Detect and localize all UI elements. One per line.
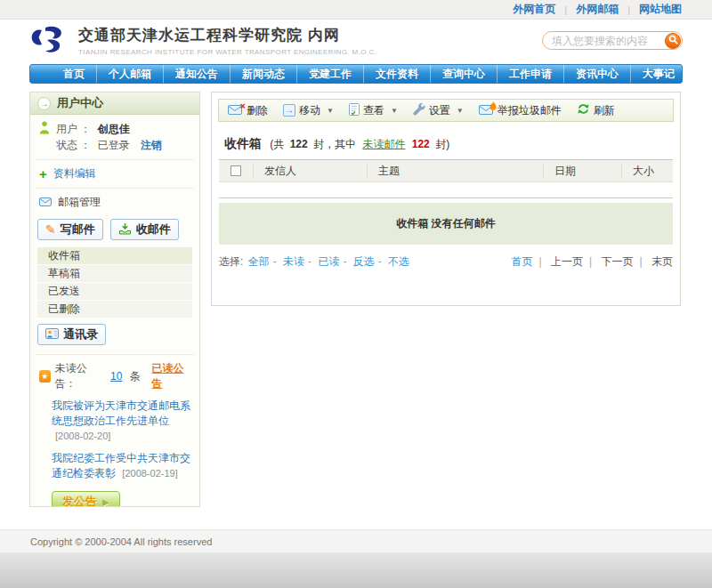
page-prev-link[interactable]: 上一页 — [551, 255, 583, 268]
move-button[interactable]: 移动 — [283, 103, 334, 118]
count-mid: 封，其中 — [313, 138, 356, 150]
separator — [378, 255, 382, 268]
inbox-heading: 收件箱 (共 122 封，其中 未读邮件 122 封) — [212, 128, 680, 159]
view-button[interactable]: 查看 — [349, 103, 398, 118]
post-notice-label: 发公告 — [62, 494, 97, 507]
select-unread-link[interactable]: 未读 — [283, 255, 304, 268]
inbox-title: 收件箱 — [224, 136, 262, 150]
brand-text: 交通部天津水运工程科学研究院 内网 TIANJIN RESEARCH INSTI… — [78, 25, 376, 56]
column-date: 日期 — [543, 164, 621, 178]
nav-item-personal-mail[interactable]: 个人邮箱 — [96, 65, 163, 83]
folder-deleted[interactable]: 已删除 — [37, 301, 192, 318]
flame-icon — [490, 101, 497, 113]
page-first-link[interactable]: 首页 — [512, 255, 533, 268]
brand: 交通部天津水运工程科学研究院 内网 TIANJIN RESEARCH INSTI… — [29, 24, 376, 58]
folder-inbox[interactable]: 收件箱 — [37, 247, 192, 264]
nav-item-notices[interactable]: 通知公告 — [163, 65, 230, 83]
contacts-icon — [45, 328, 59, 342]
page: 外网首页 外网邮箱 网站地图 交通部天津水运工程科学研究院 内网 TIANJIN… — [0, 0, 712, 588]
wrench-icon — [413, 103, 425, 118]
institute-logo-icon — [29, 24, 70, 58]
move-arrow-icon — [283, 104, 295, 117]
download-mail-icon — [118, 222, 132, 238]
sidebar-title: 用户中心 — [57, 95, 103, 111]
column-sender: 发信人 — [253, 164, 367, 178]
read-notices-link[interactable]: 已读公告 — [151, 361, 190, 391]
nav-item-query-center[interactable]: 查询中心 — [430, 65, 497, 83]
notice-link[interactable]: 我院被评为天津市交通邮电系统思想政治工作先进单位 — [52, 399, 190, 427]
topbar-link-extranet-mail[interactable]: 外网邮箱 — [576, 2, 619, 17]
plus-icon — [39, 169, 47, 180]
mail-toolbar: 删除 移动 查看 — [218, 99, 674, 122]
chevron-down-icon — [457, 107, 464, 115]
page-next-link[interactable]: 下一页 — [602, 255, 634, 268]
select-label: 选择: — [219, 255, 243, 268]
nav-item-documents[interactable]: 文件资料 — [363, 65, 430, 83]
refresh-button[interactable]: 刷新 — [577, 103, 615, 118]
separator — [308, 255, 312, 268]
column-size: 大小 — [621, 164, 673, 178]
select-none-link[interactable]: 不选 — [388, 255, 409, 268]
delete-button[interactable]: 删除 — [228, 103, 268, 118]
topbar-link-sitemap[interactable]: 网站地图 — [639, 2, 682, 17]
empty-inbox-message: 收件箱 没有任何邮件 — [219, 203, 673, 245]
play-arrow-icon — [102, 497, 109, 507]
notice-date: [2008-02-19] — [122, 468, 177, 479]
mail-buttons: 写邮件 收邮件 — [30, 216, 199, 247]
sidebar-header: 用户中心 — [30, 93, 199, 115]
topbar-link-extranet-home[interactable]: 外网首页 — [513, 2, 555, 17]
header: 交通部天津水运工程科学研究院 内网 TIANJIN RESEARCH INSTI… — [0, 20, 712, 61]
list-footer: 选择: 全部 未读 已读 反选 不选 首页 上一页 下一页 末页 — [219, 254, 673, 270]
arrow-circle-icon — [37, 97, 51, 110]
separator — [589, 255, 592, 268]
nav-item-work-apply[interactable]: 工作申请 — [497, 65, 563, 83]
announcements-header: 未读公告： 10 条 已读公告 — [39, 361, 190, 391]
select-read-link[interactable]: 已读 — [318, 255, 339, 268]
folder-drafts[interactable]: 草稿箱 — [37, 265, 192, 282]
search-button[interactable] — [665, 33, 681, 49]
chevron-down-icon — [391, 107, 398, 115]
folder-sent[interactable]: 已发送 — [37, 283, 192, 300]
select-all-link[interactable]: 全部 — [248, 255, 270, 268]
contacts-row: 通讯录 — [30, 318, 199, 349]
user-center-sidebar: 用户中心 用户 ： 创思佳 状态 ： 已登录 — [29, 92, 200, 507]
settings-label: 设置 — [429, 103, 450, 118]
write-mail-button[interactable]: 写邮件 — [37, 219, 103, 240]
search-input[interactable] — [542, 31, 683, 50]
count-prefix: (共 — [270, 138, 284, 150]
page-last-link[interactable]: 末页 — [651, 255, 673, 268]
logout-link[interactable]: 注销 — [141, 139, 162, 151]
nav-item-home[interactable]: 首页 — [52, 65, 96, 83]
edit-profile-link[interactable]: 资料编辑 — [53, 166, 96, 181]
red-x-icon — [240, 101, 246, 110]
separator — [627, 4, 630, 15]
select-links: 选择: 全部 未读 已读 反选 不选 — [219, 254, 411, 270]
site-subtitle: TIANJIN RESEARCH INSTITUTE FOR WATER TRA… — [78, 48, 376, 56]
total-count: 122 — [290, 138, 308, 150]
contacts-label: 通讯录 — [63, 326, 98, 342]
unread-notice-count-link[interactable]: 10 — [110, 370, 122, 383]
settings-button[interactable]: 设置 — [413, 103, 464, 118]
post-notice-button[interactable]: 发公告 — [52, 491, 120, 507]
nav-item-info-center[interactable]: 资讯中心 — [563, 65, 630, 83]
nav-item-memorabilia[interactable]: 大事记 — [630, 65, 686, 83]
main-nav: 首页 个人邮箱 通知公告 新闻动态 党建工作 文件资料 查询中心 工作申请 资讯… — [29, 64, 683, 84]
report-spam-button[interactable]: 举报垃圾邮件 — [479, 103, 562, 118]
select-all-checkbox[interactable] — [231, 165, 241, 176]
select-invert-link[interactable]: 反选 — [353, 255, 375, 268]
user-label: 用户 ： — [56, 123, 91, 135]
nav-item-party-work[interactable]: 党建工作 — [296, 65, 363, 83]
column-subject: 主题 — [367, 164, 543, 178]
notice-item: 我院纪委工作受中共天津市交通纪检委表彰 [2008-02-19] — [52, 451, 190, 481]
edit-profile-row[interactable]: 资料编辑 — [30, 160, 199, 188]
contacts-button[interactable]: 通讯录 — [37, 324, 106, 345]
footer: Copyright © 2000-2004 All rights reserve… — [0, 529, 712, 552]
separator — [539, 255, 542, 268]
nav-item-news[interactable]: 新闻动态 — [230, 65, 296, 83]
unread-mail-link[interactable]: 未读邮件 — [362, 138, 405, 150]
site-title: 交通部天津水运工程科学研究院 内网 — [78, 25, 376, 45]
envelope-icon — [39, 197, 52, 209]
unread-notice-unit: 条 — [129, 369, 140, 384]
receive-mail-button[interactable]: 收邮件 — [110, 219, 179, 240]
write-mail-label: 写邮件 — [61, 222, 95, 238]
